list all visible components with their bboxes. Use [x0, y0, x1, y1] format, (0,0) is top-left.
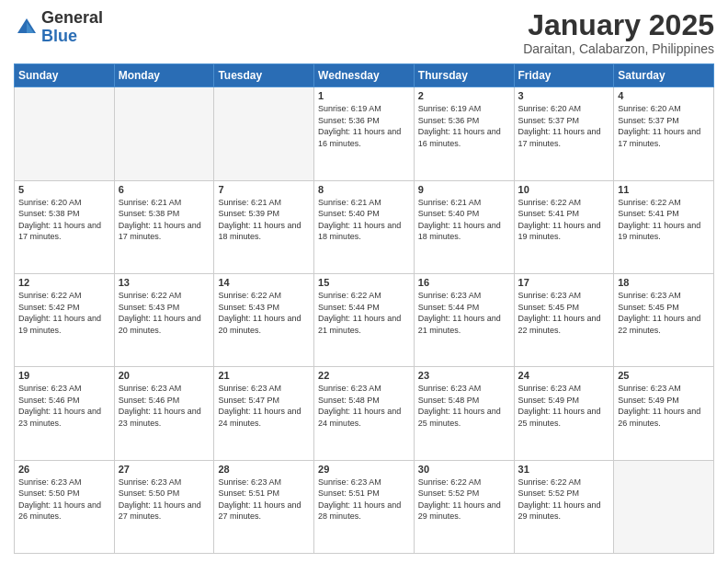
day-number: 16	[418, 277, 510, 288]
day-number: 3	[518, 90, 610, 101]
calendar-cell	[15, 87, 115, 180]
day-info: Sunrise: 6:23 AM Sunset: 5:51 PM Dayligh…	[318, 477, 410, 523]
day-number: 31	[518, 464, 610, 475]
day-info: Sunrise: 6:22 AM Sunset: 5:44 PM Dayligh…	[318, 290, 410, 336]
day-info: Sunrise: 6:22 AM Sunset: 5:41 PM Dayligh…	[518, 197, 610, 243]
logo-general-text: General	[41, 9, 103, 28]
calendar-week-0: 1Sunrise: 6:19 AM Sunset: 5:36 PM Daylig…	[15, 87, 714, 180]
calendar-cell: 25Sunrise: 6:23 AM Sunset: 5:49 PM Dayli…	[614, 367, 714, 460]
weekday-header-wednesday: Wednesday	[314, 64, 415, 87]
day-number: 20	[119, 370, 210, 381]
day-number: 29	[318, 464, 410, 475]
header: General Blue January 2025 Daraitan, Cala…	[14, 9, 714, 56]
day-number: 4	[618, 90, 710, 101]
day-number: 14	[218, 277, 310, 288]
calendar-body: 1Sunrise: 6:19 AM Sunset: 5:36 PM Daylig…	[15, 87, 714, 554]
logo-text: General Blue	[41, 9, 103, 46]
day-info: Sunrise: 6:23 AM Sunset: 5:46 PM Dayligh…	[119, 383, 210, 429]
calendar-cell: 27Sunrise: 6:23 AM Sunset: 5:50 PM Dayli…	[114, 460, 214, 553]
day-number: 19	[18, 370, 110, 381]
calendar-cell: 2Sunrise: 6:19 AM Sunset: 5:36 PM Daylig…	[414, 87, 514, 180]
title-section: January 2025 Daraitan, Calabarzon, Phili…	[523, 9, 714, 56]
day-info: Sunrise: 6:23 AM Sunset: 5:51 PM Dayligh…	[218, 477, 310, 523]
day-info: Sunrise: 6:23 AM Sunset: 5:49 PM Dayligh…	[518, 383, 610, 429]
calendar-cell: 7Sunrise: 6:21 AM Sunset: 5:39 PM Daylig…	[214, 180, 314, 273]
day-number: 12	[18, 277, 110, 288]
day-info: Sunrise: 6:23 AM Sunset: 5:48 PM Dayligh…	[418, 383, 510, 429]
day-info: Sunrise: 6:19 AM Sunset: 5:36 PM Dayligh…	[318, 103, 410, 149]
calendar-cell: 11Sunrise: 6:22 AM Sunset: 5:41 PM Dayli…	[614, 180, 714, 273]
day-info: Sunrise: 6:23 AM Sunset: 5:45 PM Dayligh…	[518, 290, 610, 336]
day-info: Sunrise: 6:22 AM Sunset: 5:52 PM Dayligh…	[418, 477, 510, 523]
day-info: Sunrise: 6:22 AM Sunset: 5:43 PM Dayligh…	[218, 290, 310, 336]
calendar-cell: 8Sunrise: 6:21 AM Sunset: 5:40 PM Daylig…	[314, 180, 415, 273]
day-info: Sunrise: 6:21 AM Sunset: 5:38 PM Dayligh…	[119, 197, 210, 243]
calendar-week-1: 5Sunrise: 6:20 AM Sunset: 5:38 PM Daylig…	[15, 180, 714, 273]
calendar-cell: 15Sunrise: 6:22 AM Sunset: 5:44 PM Dayli…	[314, 273, 415, 366]
day-number: 25	[618, 370, 710, 381]
calendar-cell: 29Sunrise: 6:23 AM Sunset: 5:51 PM Dayli…	[314, 460, 415, 553]
day-info: Sunrise: 6:22 AM Sunset: 5:42 PM Dayligh…	[18, 290, 110, 336]
day-info: Sunrise: 6:20 AM Sunset: 5:37 PM Dayligh…	[518, 103, 610, 149]
calendar-cell: 10Sunrise: 6:22 AM Sunset: 5:41 PM Dayli…	[514, 180, 614, 273]
day-number: 30	[418, 464, 510, 475]
calendar-cell: 18Sunrise: 6:23 AM Sunset: 5:45 PM Dayli…	[614, 273, 714, 366]
day-info: Sunrise: 6:23 AM Sunset: 5:47 PM Dayligh…	[218, 383, 310, 429]
day-info: Sunrise: 6:19 AM Sunset: 5:36 PM Dayligh…	[418, 103, 510, 149]
day-number: 10	[518, 184, 610, 195]
day-number: 9	[418, 184, 510, 195]
month-title: January 2025	[523, 9, 714, 41]
logo-icon	[14, 15, 40, 40]
logo-blue-text: Blue	[41, 28, 103, 46]
day-info: Sunrise: 6:23 AM Sunset: 5:46 PM Dayligh…	[18, 383, 110, 429]
calendar-header: SundayMondayTuesdayWednesdayThursdayFrid…	[15, 64, 714, 87]
day-info: Sunrise: 6:23 AM Sunset: 5:44 PM Dayligh…	[418, 290, 510, 336]
calendar-cell: 24Sunrise: 6:23 AM Sunset: 5:49 PM Dayli…	[514, 367, 614, 460]
day-info: Sunrise: 6:23 AM Sunset: 5:49 PM Dayligh…	[618, 383, 710, 429]
day-number: 18	[618, 277, 710, 288]
calendar-cell: 1Sunrise: 6:19 AM Sunset: 5:36 PM Daylig…	[314, 87, 415, 180]
day-info: Sunrise: 6:21 AM Sunset: 5:39 PM Dayligh…	[218, 197, 310, 243]
weekday-header-row: SundayMondayTuesdayWednesdayThursdayFrid…	[15, 64, 714, 87]
weekday-header-tuesday: Tuesday	[214, 64, 314, 87]
day-info: Sunrise: 6:22 AM Sunset: 5:41 PM Dayligh…	[618, 197, 710, 243]
calendar-cell: 22Sunrise: 6:23 AM Sunset: 5:48 PM Dayli…	[314, 367, 415, 460]
day-number: 1	[318, 90, 410, 101]
calendar-cell: 5Sunrise: 6:20 AM Sunset: 5:38 PM Daylig…	[15, 180, 115, 273]
weekday-header-friday: Friday	[514, 64, 614, 87]
calendar-cell: 30Sunrise: 6:22 AM Sunset: 5:52 PM Dayli…	[414, 460, 514, 553]
day-info: Sunrise: 6:22 AM Sunset: 5:52 PM Dayligh…	[518, 477, 610, 523]
calendar-cell	[614, 460, 714, 553]
calendar-cell: 17Sunrise: 6:23 AM Sunset: 5:45 PM Dayli…	[514, 273, 614, 366]
day-number: 7	[218, 184, 310, 195]
day-number: 24	[518, 370, 610, 381]
calendar-cell: 20Sunrise: 6:23 AM Sunset: 5:46 PM Dayli…	[114, 367, 214, 460]
calendar-cell: 14Sunrise: 6:22 AM Sunset: 5:43 PM Dayli…	[214, 273, 314, 366]
calendar-cell: 9Sunrise: 6:21 AM Sunset: 5:40 PM Daylig…	[414, 180, 514, 273]
day-number: 15	[318, 277, 410, 288]
day-number: 27	[119, 464, 210, 475]
location: Daraitan, Calabarzon, Philippines	[523, 41, 714, 56]
day-number: 13	[119, 277, 210, 288]
calendar-week-4: 26Sunrise: 6:23 AM Sunset: 5:50 PM Dayli…	[15, 460, 714, 553]
weekday-header-thursday: Thursday	[414, 64, 514, 87]
calendar-cell: 21Sunrise: 6:23 AM Sunset: 5:47 PM Dayli…	[214, 367, 314, 460]
day-number: 5	[18, 184, 110, 195]
calendar-cell: 19Sunrise: 6:23 AM Sunset: 5:46 PM Dayli…	[15, 367, 115, 460]
calendar-cell: 12Sunrise: 6:22 AM Sunset: 5:42 PM Dayli…	[15, 273, 115, 366]
day-number: 26	[18, 464, 110, 475]
day-info: Sunrise: 6:21 AM Sunset: 5:40 PM Dayligh…	[318, 197, 410, 243]
calendar-cell: 6Sunrise: 6:21 AM Sunset: 5:38 PM Daylig…	[114, 180, 214, 273]
calendar-cell: 3Sunrise: 6:20 AM Sunset: 5:37 PM Daylig…	[514, 87, 614, 180]
day-info: Sunrise: 6:23 AM Sunset: 5:45 PM Dayligh…	[618, 290, 710, 336]
calendar-cell: 16Sunrise: 6:23 AM Sunset: 5:44 PM Dayli…	[414, 273, 514, 366]
logo: General Blue	[14, 9, 103, 46]
day-number: 6	[119, 184, 210, 195]
calendar-cell	[214, 87, 314, 180]
calendar-cell: 26Sunrise: 6:23 AM Sunset: 5:50 PM Dayli…	[15, 460, 115, 553]
day-number: 28	[218, 464, 310, 475]
day-number: 21	[218, 370, 310, 381]
calendar-cell: 31Sunrise: 6:22 AM Sunset: 5:52 PM Dayli…	[514, 460, 614, 553]
day-info: Sunrise: 6:21 AM Sunset: 5:40 PM Dayligh…	[418, 197, 510, 243]
calendar-cell: 28Sunrise: 6:23 AM Sunset: 5:51 PM Dayli…	[214, 460, 314, 553]
